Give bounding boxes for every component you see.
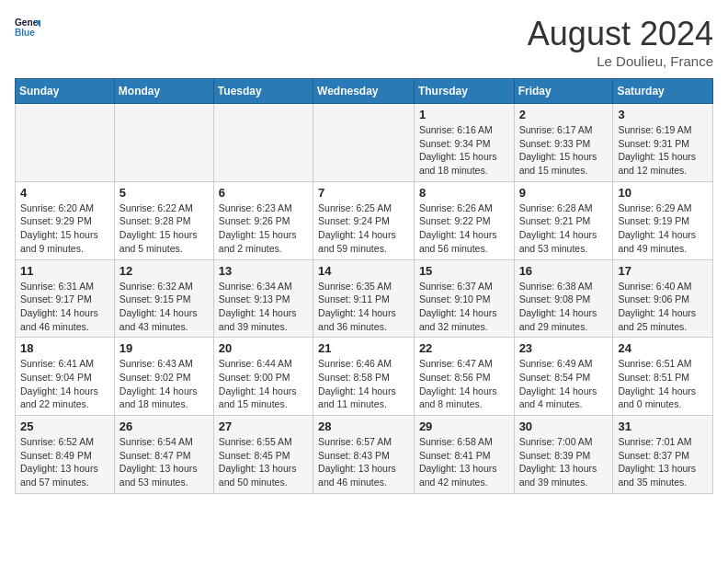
day-cell: 26Sunrise: 6:54 AMSunset: 8:47 PMDayligh… [114, 416, 213, 494]
day-detail: Sunrise: 6:47 AMSunset: 8:56 PMDaylight:… [419, 357, 509, 411]
day-number: 25 [20, 419, 109, 433]
day-number: 17 [618, 264, 708, 278]
week-row-3: 11Sunrise: 6:31 AMSunset: 9:17 PMDayligh… [16, 259, 713, 338]
day-cell: 12Sunrise: 6:32 AMSunset: 9:15 PMDayligh… [114, 259, 213, 338]
day-detail: Sunrise: 6:34 AMSunset: 9:13 PMDaylight:… [219, 280, 308, 334]
day-detail: Sunrise: 6:49 AMSunset: 8:54 PMDaylight:… [519, 357, 609, 411]
day-detail: Sunrise: 6:52 AMSunset: 8:49 PMDaylight:… [20, 435, 109, 489]
day-cell: 21Sunrise: 6:46 AMSunset: 8:58 PMDayligh… [313, 338, 415, 416]
day-number: 15 [419, 264, 509, 278]
col-header-wednesday: Wednesday [313, 79, 415, 104]
day-detail: Sunrise: 6:25 AMSunset: 9:24 PMDaylight:… [318, 201, 409, 256]
day-number: 10 [618, 186, 708, 200]
day-cell [313, 104, 415, 182]
day-cell: 5Sunrise: 6:22 AMSunset: 9:28 PMDaylight… [114, 181, 213, 259]
day-cell: 7Sunrise: 6:25 AMSunset: 9:24 PMDaylight… [313, 181, 415, 259]
logo-icon: General Blue [15, 15, 40, 40]
day-cell: 22Sunrise: 6:47 AMSunset: 8:56 PMDayligh… [414, 338, 514, 416]
week-row-5: 25Sunrise: 6:52 AMSunset: 8:49 PMDayligh… [16, 416, 713, 494]
page-header: General Blue August 2024 Le Doulieu, Fra… [15, 15, 713, 69]
day-cell: 16Sunrise: 6:38 AMSunset: 9:08 PMDayligh… [514, 259, 613, 338]
day-detail: Sunrise: 6:37 AMSunset: 9:10 PMDaylight:… [419, 280, 509, 334]
day-cell: 1Sunrise: 6:16 AMSunset: 9:34 PMDaylight… [414, 104, 514, 182]
day-detail: Sunrise: 6:28 AMSunset: 9:21 PMDaylight:… [519, 201, 609, 256]
day-number: 31 [618, 419, 708, 433]
day-detail: Sunrise: 6:19 AMSunset: 9:31 PMDaylight:… [618, 123, 708, 178]
col-header-sunday: Sunday [16, 79, 115, 104]
day-number: 9 [519, 186, 609, 200]
day-cell: 29Sunrise: 6:58 AMSunset: 8:41 PMDayligh… [414, 416, 514, 494]
day-number: 5 [119, 186, 209, 200]
header-row: SundayMondayTuesdayWednesdayThursdayFrid… [16, 79, 713, 104]
day-cell: 18Sunrise: 6:41 AMSunset: 9:04 PMDayligh… [16, 338, 115, 416]
day-detail: Sunrise: 7:00 AMSunset: 8:39 PMDaylight:… [519, 435, 609, 489]
day-cell: 19Sunrise: 6:43 AMSunset: 9:02 PMDayligh… [114, 338, 213, 416]
day-number: 22 [419, 341, 509, 355]
day-number: 29 [419, 419, 509, 433]
day-detail: Sunrise: 6:29 AMSunset: 9:19 PMDaylight:… [618, 201, 708, 256]
day-number: 13 [219, 264, 308, 278]
day-cell: 15Sunrise: 6:37 AMSunset: 9:10 PMDayligh… [414, 259, 514, 338]
day-cell: 27Sunrise: 6:55 AMSunset: 8:45 PMDayligh… [213, 416, 313, 494]
day-number: 23 [519, 341, 609, 355]
day-detail: Sunrise: 6:55 AMSunset: 8:45 PMDaylight:… [219, 435, 308, 489]
day-number: 8 [419, 186, 509, 200]
day-cell: 23Sunrise: 6:49 AMSunset: 8:54 PMDayligh… [514, 338, 613, 416]
day-number: 4 [20, 186, 109, 200]
day-number: 7 [318, 186, 409, 200]
day-cell: 14Sunrise: 6:35 AMSunset: 9:11 PMDayligh… [313, 259, 415, 338]
col-header-friday: Friday [514, 79, 613, 104]
day-cell: 2Sunrise: 6:17 AMSunset: 9:33 PMDaylight… [514, 104, 613, 182]
day-number: 28 [318, 419, 409, 433]
day-detail: Sunrise: 7:01 AMSunset: 8:37 PMDaylight:… [618, 435, 708, 489]
svg-text:Blue: Blue [15, 28, 35, 38]
day-detail: Sunrise: 6:46 AMSunset: 8:58 PMDaylight:… [318, 357, 409, 411]
day-number: 3 [618, 108, 708, 121]
week-row-1: 1Sunrise: 6:16 AMSunset: 9:34 PMDaylight… [16, 104, 713, 182]
day-number: 16 [519, 264, 609, 278]
day-cell [213, 104, 313, 182]
day-number: 27 [219, 419, 308, 433]
day-cell [16, 104, 115, 182]
svg-text:General: General [15, 17, 40, 28]
month-title: August 2024 [528, 15, 713, 53]
day-detail: Sunrise: 6:20 AMSunset: 9:29 PMDaylight:… [20, 201, 109, 256]
day-detail: Sunrise: 6:54 AMSunset: 8:47 PMDaylight:… [119, 435, 209, 489]
day-number: 12 [119, 264, 209, 278]
day-detail: Sunrise: 6:23 AMSunset: 9:26 PMDaylight:… [219, 201, 308, 256]
day-cell: 9Sunrise: 6:28 AMSunset: 9:21 PMDaylight… [514, 181, 613, 259]
day-detail: Sunrise: 6:41 AMSunset: 9:04 PMDaylight:… [20, 357, 109, 411]
logo: General Blue [15, 15, 40, 40]
title-block: August 2024 Le Doulieu, France [528, 15, 713, 69]
day-number: 24 [618, 341, 708, 355]
day-cell: 8Sunrise: 6:26 AMSunset: 9:22 PMDaylight… [414, 181, 514, 259]
day-cell: 24Sunrise: 6:51 AMSunset: 8:51 PMDayligh… [613, 338, 713, 416]
day-number: 2 [519, 108, 609, 121]
day-number: 18 [20, 341, 109, 355]
day-number: 30 [519, 419, 609, 433]
day-detail: Sunrise: 6:57 AMSunset: 8:43 PMDaylight:… [318, 435, 409, 489]
day-detail: Sunrise: 6:32 AMSunset: 9:15 PMDaylight:… [119, 280, 209, 334]
day-cell: 31Sunrise: 7:01 AMSunset: 8:37 PMDayligh… [613, 416, 713, 494]
day-detail: Sunrise: 6:35 AMSunset: 9:11 PMDaylight:… [318, 280, 409, 334]
day-cell: 11Sunrise: 6:31 AMSunset: 9:17 PMDayligh… [16, 259, 115, 338]
col-header-monday: Monday [114, 79, 213, 104]
day-cell: 20Sunrise: 6:44 AMSunset: 9:00 PMDayligh… [213, 338, 313, 416]
day-number: 14 [318, 264, 409, 278]
day-number: 19 [119, 341, 209, 355]
day-detail: Sunrise: 6:17 AMSunset: 9:33 PMDaylight:… [519, 123, 609, 178]
day-number: 20 [219, 341, 308, 355]
day-detail: Sunrise: 6:31 AMSunset: 9:17 PMDaylight:… [20, 280, 109, 334]
day-number: 6 [219, 186, 308, 200]
day-number: 1 [419, 108, 509, 121]
day-detail: Sunrise: 6:44 AMSunset: 9:00 PMDaylight:… [219, 357, 308, 411]
calendar-table: SundayMondayTuesdayWednesdayThursdayFrid… [15, 78, 713, 494]
day-detail: Sunrise: 6:58 AMSunset: 8:41 PMDaylight:… [419, 435, 509, 489]
day-detail: Sunrise: 6:43 AMSunset: 9:02 PMDaylight:… [119, 357, 209, 411]
col-header-thursday: Thursday [414, 79, 514, 104]
day-cell: 28Sunrise: 6:57 AMSunset: 8:43 PMDayligh… [313, 416, 415, 494]
day-cell: 30Sunrise: 7:00 AMSunset: 8:39 PMDayligh… [514, 416, 613, 494]
week-row-2: 4Sunrise: 6:20 AMSunset: 9:29 PMDaylight… [16, 181, 713, 259]
day-detail: Sunrise: 6:26 AMSunset: 9:22 PMDaylight:… [419, 201, 509, 256]
day-detail: Sunrise: 6:38 AMSunset: 9:08 PMDaylight:… [519, 280, 609, 334]
